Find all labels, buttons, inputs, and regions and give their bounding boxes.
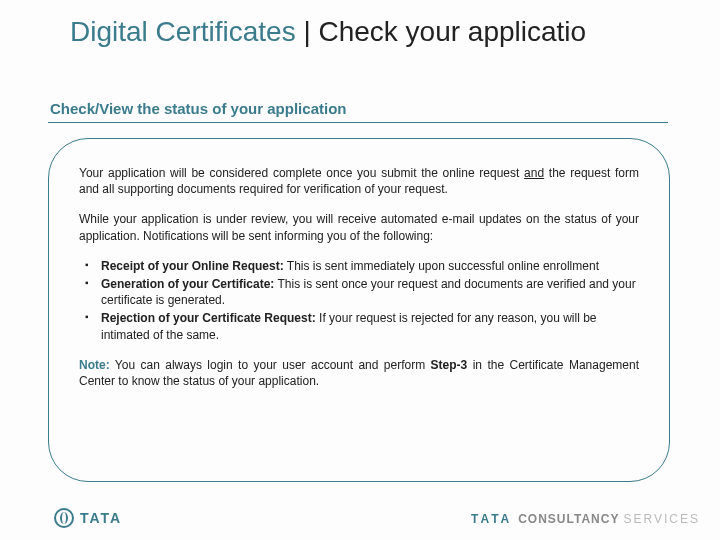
page-title: Digital Certificates | Check your applic… <box>70 16 720 48</box>
note-pre: You can always login to your user accoun… <box>110 358 431 372</box>
note-paragraph: Note: You can always login to your user … <box>79 357 639 389</box>
bullet-bold: Rejection of your Certificate Request: <box>101 311 316 325</box>
list-item: Rejection of your Certificate Request: I… <box>79 310 639 342</box>
tcs-tata: TATA <box>471 512 518 526</box>
paragraph-1: Your application will be considered comp… <box>79 165 639 197</box>
title-suffix: Check your applicatio <box>318 16 586 47</box>
tcs-consultancy: CONSULTANCY <box>518 512 623 526</box>
paragraph-2: While your application is under review, … <box>79 211 639 243</box>
section-underline <box>48 122 668 123</box>
para1-underlined: and <box>524 166 544 180</box>
bullet-bold: Generation of your Certificate: <box>101 277 274 291</box>
note-bold: Step-3 <box>431 358 468 372</box>
tata-logo: TATA <box>54 508 122 528</box>
title-separator: | <box>303 16 318 47</box>
tcs-services: SERVICES <box>624 512 700 526</box>
content-bubble: Your application will be considered comp… <box>48 138 670 482</box>
bullet-bold: Receipt of your Online Request: <box>101 259 284 273</box>
list-item: Receipt of your Online Request: This is … <box>79 258 639 274</box>
list-item: Generation of your Certificate: This is … <box>79 276 639 308</box>
tata-wordmark: TATA <box>80 510 122 526</box>
note-label: Note: <box>79 358 110 372</box>
bullet-list: Receipt of your Online Request: This is … <box>79 258 639 343</box>
bullet-rest: This is sent immediately upon successful… <box>284 259 599 273</box>
tcs-logo: TATA CONSULTANCY SERVICES <box>471 512 700 526</box>
footer: TATA TATA CONSULTANCY SERVICES <box>0 502 720 528</box>
tata-mark-icon <box>54 508 74 528</box>
title-prefix: Digital Certificates <box>70 16 303 47</box>
section-heading: Check/View the status of your applicatio… <box>50 100 346 117</box>
para1-pre: Your application will be considered comp… <box>79 166 524 180</box>
